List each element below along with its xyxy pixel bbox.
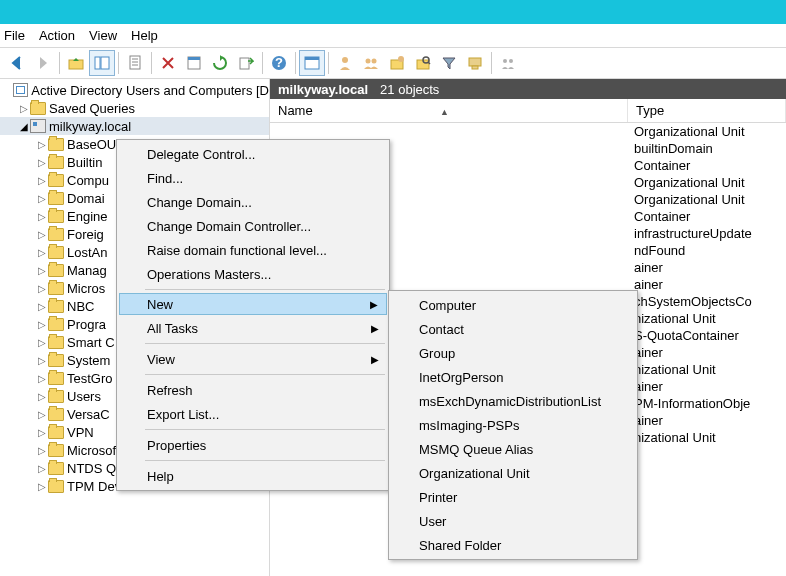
user-icon-button[interactable] [332, 50, 358, 76]
ctx-label: msExchDynamicDistributionList [419, 394, 601, 409]
svg-point-16 [372, 59, 377, 64]
cell-type: infrastructureUpdate [628, 226, 786, 241]
ctx-help[interactable]: Help [119, 464, 387, 488]
ctx-item[interactable]: Find... [119, 166, 387, 190]
ctx-new-item[interactable]: Computer [391, 293, 635, 317]
ctx-new-item[interactable]: User [391, 509, 635, 533]
cell-type: ndFound [628, 243, 786, 258]
expand-icon[interactable]: ▷ [36, 157, 48, 168]
expand-icon[interactable]: ▷ [36, 283, 48, 294]
ctx-label: Shared Folder [419, 538, 501, 553]
expand-icon[interactable]: ▷ [36, 373, 48, 384]
folder-icon [48, 264, 64, 277]
tree-domain[interactable]: ◢ milkyway.local [0, 117, 269, 135]
ctx-new[interactable]: New▶ [119, 293, 387, 315]
properties-button[interactable] [181, 50, 207, 76]
list-row[interactable]: Organizational Unit [270, 123, 786, 140]
svg-rect-23 [472, 66, 478, 69]
ctx-new-item[interactable]: Group [391, 341, 635, 365]
cell-type: Organizational Unit [628, 124, 786, 139]
expand-icon[interactable]: ▷ [36, 301, 48, 312]
tree-label: Compu [67, 173, 109, 188]
expand-icon[interactable]: ▷ [18, 103, 30, 114]
ctx-new-item[interactable]: Printer [391, 485, 635, 509]
expand-icon[interactable]: ▷ [36, 193, 48, 204]
expand-icon[interactable]: ▷ [36, 211, 48, 222]
tree-label: VersaC [67, 407, 110, 422]
ctx-all-tasks[interactable]: All Tasks▶ [119, 316, 387, 340]
ctx-new-item[interactable]: Shared Folder [391, 533, 635, 557]
nav-forward-button[interactable] [30, 50, 56, 76]
filter-button[interactable] [436, 50, 462, 76]
find-button[interactable] [410, 50, 436, 76]
ctx-label: Export List... [147, 407, 219, 422]
show-hide-tree-button[interactable] [89, 50, 115, 76]
delete-button[interactable] [155, 50, 181, 76]
ctx-item[interactable]: Operations Masters... [119, 262, 387, 286]
expand-icon[interactable]: ▷ [36, 409, 48, 420]
ctx-new-item[interactable]: InetOrgPerson [391, 365, 635, 389]
column-type[interactable]: Type [628, 99, 786, 122]
ctx-new-item[interactable]: msExchDynamicDistributionList [391, 389, 635, 413]
svg-rect-22 [469, 58, 481, 66]
ctx-label: Group [419, 346, 455, 361]
expand-icon[interactable]: ▷ [36, 175, 48, 186]
collapse-icon[interactable]: ◢ [18, 121, 30, 132]
tree-root-label: Active Directory Users and Computers [D [31, 83, 269, 98]
view-button[interactable] [299, 50, 325, 76]
ctx-export[interactable]: Export List... [119, 402, 387, 426]
help-button[interactable]: ? [266, 50, 292, 76]
ctx-refresh[interactable]: Refresh [119, 378, 387, 402]
expand-icon[interactable]: ▷ [36, 265, 48, 276]
menu-view[interactable]: View [89, 28, 117, 43]
cell-type: PM-InformationObje [628, 396, 786, 411]
expand-icon[interactable]: ▷ [36, 247, 48, 258]
add-criteria-button[interactable] [495, 50, 521, 76]
column-name[interactable]: Name ▲ [270, 99, 628, 122]
ctx-properties[interactable]: Properties [119, 433, 387, 457]
expand-icon[interactable]: ▷ [36, 463, 48, 474]
ctx-new-item[interactable]: msImaging-PSPs [391, 413, 635, 437]
ctx-new-item[interactable]: MSMQ Queue Alias [391, 437, 635, 461]
ctx-new-item[interactable]: Contact [391, 317, 635, 341]
tree-saved-queries[interactable]: ▷ Saved Queries [0, 99, 269, 117]
menu-file[interactable]: File [4, 28, 25, 43]
expand-icon[interactable]: ▷ [36, 427, 48, 438]
expand-icon[interactable]: ▷ [36, 319, 48, 330]
menu-action[interactable]: Action [39, 28, 75, 43]
svg-point-18 [398, 56, 404, 62]
group-icon-button[interactable] [358, 50, 384, 76]
expand-icon[interactable]: ▷ [36, 337, 48, 348]
tree-label: LostAn [67, 245, 107, 260]
ctx-label: Help [147, 469, 174, 484]
computer-icon-button[interactable] [462, 50, 488, 76]
ctx-view[interactable]: View▶ [119, 347, 387, 371]
cut-button[interactable] [122, 50, 148, 76]
cell-type: nizational Unit [628, 311, 786, 326]
expand-icon[interactable]: ▷ [36, 391, 48, 402]
ou-icon-button[interactable] [384, 50, 410, 76]
ctx-item[interactable]: Change Domain... [119, 190, 387, 214]
folder-icon [48, 426, 64, 439]
expand-icon[interactable]: ▷ [36, 445, 48, 456]
export-button[interactable] [233, 50, 259, 76]
expand-icon[interactable]: ▷ [36, 139, 48, 150]
svg-rect-13 [305, 57, 319, 60]
ctx-new-item[interactable]: Organizational Unit [391, 461, 635, 485]
ctx-item[interactable]: Raise domain functional level... [119, 238, 387, 262]
refresh-button[interactable] [207, 50, 233, 76]
column-headers: Name ▲ Type [270, 99, 786, 123]
tree-root[interactable]: Active Directory Users and Computers [D [0, 81, 269, 99]
ctx-item[interactable]: Change Domain Controller... [119, 214, 387, 238]
expand-icon[interactable]: ▷ [36, 229, 48, 240]
ctx-item[interactable]: Delegate Control... [119, 142, 387, 166]
expand-icon[interactable]: ▷ [36, 481, 48, 492]
nav-back-button[interactable] [4, 50, 30, 76]
column-name-label: Name [278, 103, 313, 118]
expand-icon[interactable]: ▷ [36, 355, 48, 366]
folder-icon [48, 138, 64, 151]
ctx-label: Contact [419, 322, 464, 337]
svg-point-25 [509, 59, 513, 63]
up-folder-button[interactable] [63, 50, 89, 76]
menu-help[interactable]: Help [131, 28, 158, 43]
